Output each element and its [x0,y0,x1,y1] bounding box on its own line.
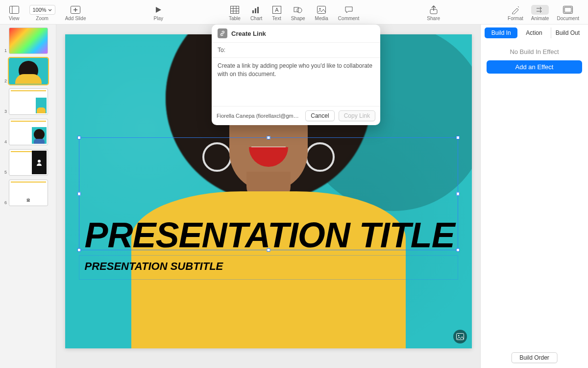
tab-action[interactable]: Action [517,27,550,38]
link-icon [218,28,227,38]
svg-point-16 [297,8,302,13]
zoom-control[interactable]: 100% Zoom [25,2,59,24]
view-button[interactable]: View [5,2,24,24]
comment-button[interactable]: Comment [334,2,363,24]
document-icon [563,4,573,15]
share-icon [430,4,438,15]
build-order-button[interactable]: Build Order [511,352,558,363]
nav-slide-1[interactable]: 1 [2,27,53,54]
format-icon [511,4,520,15]
nav-thumb [9,119,48,145]
media-icon [317,4,326,15]
nav-slide-2[interactable]: 2 [2,58,53,84]
add-slide-label: Add Slide [65,16,86,21]
svg-point-18 [319,8,321,10]
cancel-button[interactable]: Cancel [305,110,334,121]
share-button[interactable]: Share [423,2,444,24]
image-icon [456,333,464,340]
table-icon [230,4,239,15]
nav-thumb [9,88,48,115]
popover-user: Fiorella Canepa (fiorellaxcl@gmail.com) [217,113,301,119]
bank-icon: 🏛 [26,198,30,203]
comment-icon [344,4,353,15]
popover-footer: Fiorella Canepa (fiorellaxcl@gmail.com) … [212,106,380,125]
copy-link-button[interactable]: Copy Link [339,110,375,121]
add-slide-button[interactable]: Add Slide [61,2,90,24]
zoom-value-display: 100% [29,4,55,15]
popover-header: Create Link [212,25,380,42]
svg-rect-0 [9,6,19,14]
chevron-down-icon [48,9,52,11]
svg-rect-15 [294,7,298,12]
nav-thumb [9,58,48,84]
play-button[interactable]: Play [150,2,167,24]
text-icon: A [272,4,281,15]
toolbar: View 100% Zoom Add Slide Play Table Char… [0,0,588,25]
popover-to-row[interactable]: To: [212,42,380,57]
tab-build-out[interactable]: Build Out [551,27,584,38]
slide-subtitle[interactable]: PRESENTATION SUBTITLE [85,260,223,273]
animate-button[interactable]: Animate [527,2,553,24]
svg-rect-11 [255,8,256,13]
slide-navigator[interactable]: 1 2 3 4 5 [0,25,56,368]
popover-description: Create a link by adding people who you'd… [212,57,380,106]
animate-icon [531,4,549,15]
add-slide-icon [71,4,80,15]
slide-title[interactable]: PRESENTATION TITLE [85,218,452,252]
text-button[interactable]: A Text [268,2,285,24]
zoom-label: Zoom [36,16,49,21]
svg-rect-5 [230,6,239,14]
popover-to-label: To: [218,47,225,53]
nav-thumb: 🏛 [9,180,48,206]
inspector-tabs: Build In Action Build Out [481,25,588,41]
format-button[interactable]: Format [504,2,527,24]
document-button[interactable]: Document [553,2,583,24]
inspector-panel: Build In Action Build Out No Build In Ef… [480,25,588,368]
shape-button[interactable]: Shape [287,2,309,24]
shape-icon [294,4,302,15]
svg-text:A: A [275,7,279,13]
nav-slide-4[interactable]: 4 [2,119,53,145]
create-link-popover: Create Link To: Create a link by adding … [212,25,380,125]
inspector-message: No Build In Effect [481,48,588,55]
chart-icon [252,4,261,15]
nav-slide-6[interactable]: 6 🏛 [2,180,53,206]
chart-button[interactable]: Chart [246,2,266,24]
nav-thumb [9,149,48,176]
view-label: View [9,16,20,21]
play-label: Play [154,16,163,21]
media-placeholder-button[interactable] [453,330,467,343]
play-icon [154,4,162,15]
svg-rect-12 [257,7,259,13]
popover-title: Create Link [231,30,266,37]
nav-thumb [9,27,48,54]
nav-slide-3[interactable]: 3 [2,88,53,115]
svg-point-24 [458,335,459,337]
svg-rect-21 [564,7,571,12]
person-icon [36,159,43,166]
nav-slide-5[interactable]: 5 [2,149,53,176]
tab-build-in[interactable]: Build In [485,27,517,38]
add-effect-button[interactable]: Add an Effect [487,60,582,74]
table-button[interactable]: Table [225,2,245,24]
svg-point-22 [38,160,41,163]
svg-rect-10 [252,10,254,13]
media-button[interactable]: Media [311,2,332,24]
sidebar-toggle-icon [9,4,19,15]
svg-rect-17 [318,6,326,14]
